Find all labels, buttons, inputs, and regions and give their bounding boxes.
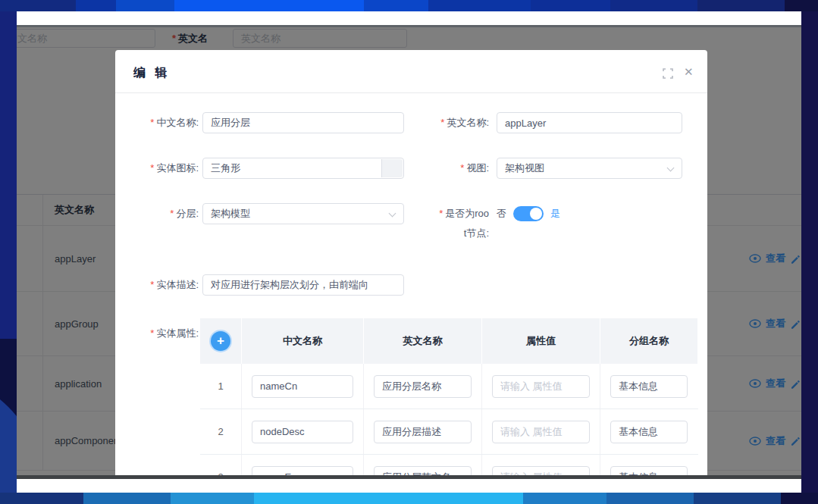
attr-value-column-header: 属性值: [482, 318, 600, 364]
is-root-toggle[interactable]: [513, 206, 544, 221]
decor-segment: [254, 493, 523, 504]
decor-segment: [0, 0, 76, 11]
cn-name-column-header: 中文名称: [242, 318, 364, 364]
entity-icon-value: 三角形: [211, 162, 240, 174]
icon-picker-button[interactable]: [381, 159, 403, 177]
required-mark: *: [460, 162, 464, 174]
attr-row: 2: [200, 409, 698, 455]
app-viewport: *英文名 英文名称 appLayer 查看: [17, 25, 801, 479]
entity-attrs-label: *实体属性:: [115, 323, 199, 344]
layer-label: *分层:: [115, 203, 199, 224]
close-icon[interactable]: ✕: [684, 65, 694, 79]
attr-row: 1: [200, 364, 698, 409]
fullscreen-icon[interactable]: [663, 68, 673, 79]
decor-segment: [174, 0, 364, 11]
left-decor-strip: [0, 11, 17, 493]
entity-desc-input[interactable]: [202, 274, 404, 296]
attr-value-input[interactable]: [492, 421, 590, 443]
decor-segment: [428, 0, 531, 11]
modal-header-divider: [115, 92, 707, 93]
edit-modal: 编 辑 ✕ *中文名称: *英文名称: *实体图标:: [115, 50, 707, 479]
required-mark: *: [440, 117, 444, 128]
modal-title: 编 辑: [133, 65, 170, 81]
cn-name-label: *中文名称:: [115, 112, 199, 133]
decor-segment: [697, 0, 785, 11]
en-name-label: *英文名称:: [403, 112, 489, 133]
required-mark: *: [150, 117, 154, 128]
decor-segment: [610, 0, 697, 11]
is-root-label-line1: *是否为roo: [403, 203, 489, 224]
required-mark: *: [150, 162, 154, 174]
attr-en-input[interactable]: [374, 421, 472, 443]
row-index: 1: [200, 364, 242, 409]
decor-segment: [781, 493, 818, 504]
required-mark: *: [170, 208, 174, 219]
view-select[interactable]: 架构视图: [497, 158, 682, 179]
desktop-frame: *英文名 英文名称 appLayer 查看: [0, 0, 818, 504]
decor-segment: [364, 0, 428, 11]
top-decor-strip: [0, 0, 818, 11]
entity-icon-input[interactable]: 三角形: [202, 158, 404, 179]
toggle-knob: [530, 208, 542, 220]
attr-table: + 中文名称 英文名称 属性值 分组名称 1: [200, 318, 698, 479]
is-root-field: 否 是: [497, 203, 560, 224]
attr-cn-input[interactable]: [252, 375, 353, 398]
decor-segment: [171, 493, 254, 504]
attr-group-input[interactable]: [610, 421, 688, 443]
en-name-column-header: 英文名称: [364, 318, 482, 364]
attr-cn-input[interactable]: [252, 421, 353, 443]
decor-segment: [116, 0, 174, 11]
attr-value-input[interactable]: [492, 375, 590, 398]
decor-segment: [606, 493, 694, 504]
chevron-down-icon: [667, 164, 675, 172]
add-attr-button[interactable]: +: [211, 331, 230, 351]
view-select-value: 架构视图: [505, 162, 544, 174]
decor-segment: [785, 0, 818, 11]
decor-segment: [523, 493, 606, 504]
cn-name-input[interactable]: [202, 112, 404, 133]
toggle-on-text: 是: [550, 207, 560, 221]
chevron-down-icon: [389, 210, 396, 218]
screenshot-card: *英文名 英文名称 appLayer 查看: [17, 11, 801, 493]
decor-segment: [694, 493, 781, 504]
layer-select[interactable]: 架构模型: [202, 203, 404, 224]
decor-segment: [0, 493, 83, 504]
corner-circle-decor: [0, 374, 17, 493]
entity-icon-label: *实体图标:: [115, 158, 199, 179]
bottom-decor-strip: [0, 493, 818, 504]
add-column-header: +: [200, 318, 242, 364]
layer-select-value: 架构模型: [211, 208, 250, 219]
decor-segment: [83, 493, 171, 504]
required-mark: *: [150, 327, 154, 339]
view-label: *视图:: [403, 158, 489, 179]
entity-desc-label: *实体描述:: [115, 274, 199, 296]
viewport-top-edge: [17, 25, 801, 27]
toggle-off-text: 否: [497, 207, 506, 221]
row-index: 2: [200, 409, 242, 454]
group-name-column-header: 分组名称: [600, 318, 697, 364]
en-name-input[interactable]: [497, 112, 682, 133]
decor-segment: [76, 0, 116, 11]
required-mark: *: [439, 208, 443, 219]
viewport-bottom-edge: [17, 475, 801, 479]
is-root-label-line2: t节点:: [403, 223, 489, 244]
attr-en-input[interactable]: [374, 375, 472, 398]
decor-segment: [531, 0, 610, 11]
right-decor-strip: [801, 11, 818, 493]
attr-table-header: + 中文名称 英文名称 属性值 分组名称: [200, 318, 698, 364]
required-mark: *: [150, 279, 154, 290]
attr-group-input[interactable]: [610, 375, 688, 398]
